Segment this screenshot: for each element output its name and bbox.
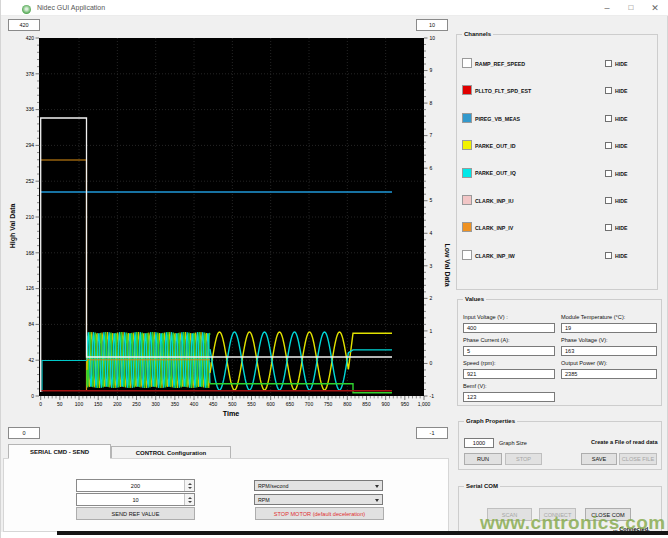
svg-text:450: 450 <box>209 401 218 407</box>
svg-text:1: 1 <box>430 328 433 334</box>
svg-text:800: 800 <box>343 401 352 407</box>
svg-text:350: 350 <box>171 401 180 407</box>
svg-text:-1: -1 <box>430 393 435 399</box>
svg-text:0: 0 <box>31 393 34 399</box>
svg-text:100: 100 <box>75 401 84 407</box>
svg-text:200: 200 <box>113 401 122 407</box>
svg-text:1,000: 1,000 <box>418 401 431 407</box>
svg-text:168: 168 <box>26 250 35 256</box>
svg-text:10: 10 <box>430 35 436 41</box>
svg-text:850: 850 <box>362 401 371 407</box>
svg-text:210: 210 <box>26 214 35 220</box>
svg-text:400: 400 <box>190 401 199 407</box>
svg-text:0: 0 <box>39 401 42 407</box>
svg-text:Time: Time <box>223 409 240 418</box>
svg-text:500: 500 <box>228 401 237 407</box>
svg-text:700: 700 <box>305 401 314 407</box>
svg-text:294: 294 <box>26 142 35 148</box>
svg-text:600: 600 <box>267 401 276 407</box>
svg-text:750: 750 <box>324 401 333 407</box>
svg-text:6: 6 <box>430 165 433 171</box>
svg-text:150: 150 <box>94 401 103 407</box>
svg-text:900: 900 <box>381 401 390 407</box>
svg-text:252: 252 <box>26 178 35 184</box>
svg-text:Low Val Data: Low Val Data <box>444 243 451 286</box>
svg-text:0: 0 <box>430 360 433 366</box>
svg-text:50: 50 <box>57 401 63 407</box>
svg-text:378: 378 <box>26 71 35 77</box>
svg-text:126: 126 <box>26 285 35 291</box>
svg-text:950: 950 <box>401 401 410 407</box>
svg-text:5: 5 <box>430 197 433 203</box>
svg-text:3: 3 <box>430 263 433 269</box>
svg-text:650: 650 <box>286 401 295 407</box>
svg-text:336: 336 <box>26 106 35 112</box>
svg-text:300: 300 <box>152 401 161 407</box>
svg-text:8: 8 <box>430 100 433 106</box>
svg-text:250: 250 <box>132 401 141 407</box>
svg-text:4: 4 <box>430 230 433 236</box>
svg-text:84: 84 <box>28 321 34 327</box>
svg-text:7: 7 <box>430 132 433 138</box>
svg-text:550: 550 <box>247 401 256 407</box>
svg-text:420: 420 <box>26 35 35 41</box>
svg-text:High Val Data: High Val Data <box>9 204 17 249</box>
svg-text:9: 9 <box>430 67 433 73</box>
svg-text:2: 2 <box>430 295 433 301</box>
svg-text:42: 42 <box>28 357 34 363</box>
